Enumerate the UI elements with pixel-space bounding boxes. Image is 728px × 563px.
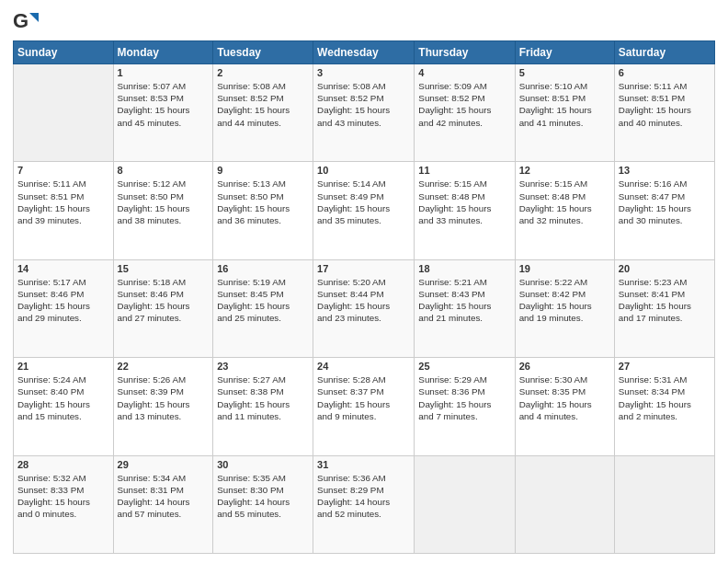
calendar-cell: 16Sunrise: 5:19 AM Sunset: 8:45 PM Dayli… bbox=[213, 259, 313, 357]
day-number: 3 bbox=[317, 67, 410, 78]
col-header-wednesday: Wednesday bbox=[313, 41, 415, 64]
header: G bbox=[13, 9, 715, 35]
day-number: 21 bbox=[17, 361, 109, 372]
calendar-cell: 8Sunrise: 5:12 AM Sunset: 8:50 PM Daylig… bbox=[113, 162, 213, 259]
day-number: 29 bbox=[118, 459, 210, 470]
day-info: Sunrise: 5:17 AM Sunset: 8:46 PM Dayligh… bbox=[17, 276, 109, 325]
day-info: Sunrise: 5:15 AM Sunset: 8:48 PM Dayligh… bbox=[418, 178, 510, 226]
day-number: 10 bbox=[317, 165, 410, 176]
day-number: 2 bbox=[217, 67, 309, 78]
day-info: Sunrise: 5:11 AM Sunset: 8:51 PM Dayligh… bbox=[17, 178, 109, 226]
day-info: Sunrise: 5:19 AM Sunset: 8:45 PM Dayligh… bbox=[217, 276, 309, 325]
day-info: Sunrise: 5:28 AM Sunset: 8:37 PM Dayligh… bbox=[317, 373, 410, 422]
day-info: Sunrise: 5:21 AM Sunset: 8:43 PM Dayligh… bbox=[418, 276, 510, 325]
day-number: 6 bbox=[619, 67, 711, 78]
day-info: Sunrise: 5:15 AM Sunset: 8:48 PM Dayligh… bbox=[519, 178, 610, 226]
page: G SundayMondayTuesdayWednesdayThursdayFr… bbox=[0, 0, 728, 563]
day-number: 28 bbox=[17, 459, 109, 470]
calendar-cell: 17Sunrise: 5:20 AM Sunset: 8:44 PM Dayli… bbox=[313, 259, 415, 357]
day-info: Sunrise: 5:12 AM Sunset: 8:50 PM Dayligh… bbox=[118, 178, 210, 226]
day-number: 11 bbox=[418, 165, 510, 176]
day-number: 20 bbox=[619, 263, 711, 274]
calendar-cell: 2Sunrise: 5:08 AM Sunset: 8:52 PM Daylig… bbox=[213, 64, 313, 162]
calendar-cell bbox=[614, 455, 714, 553]
day-number: 18 bbox=[418, 263, 510, 274]
day-number: 26 bbox=[519, 361, 610, 372]
day-number: 1 bbox=[118, 67, 210, 78]
day-number: 17 bbox=[317, 263, 410, 274]
calendar-cell bbox=[14, 64, 114, 162]
calendar-cell: 10Sunrise: 5:14 AM Sunset: 8:49 PM Dayli… bbox=[313, 162, 415, 259]
col-header-friday: Friday bbox=[515, 41, 614, 64]
calendar-cell: 3Sunrise: 5:08 AM Sunset: 8:52 PM Daylig… bbox=[313, 64, 415, 162]
day-info: Sunrise: 5:22 AM Sunset: 8:42 PM Dayligh… bbox=[519, 276, 610, 325]
logo: G bbox=[13, 9, 42, 35]
day-info: Sunrise: 5:32 AM Sunset: 8:33 PM Dayligh… bbox=[17, 472, 109, 521]
day-info: Sunrise: 5:20 AM Sunset: 8:44 PM Dayligh… bbox=[317, 276, 410, 325]
day-info: Sunrise: 5:24 AM Sunset: 8:40 PM Dayligh… bbox=[17, 373, 109, 422]
day-number: 14 bbox=[17, 263, 109, 274]
calendar-header: SundayMondayTuesdayWednesdayThursdayFrid… bbox=[14, 41, 715, 64]
day-info: Sunrise: 5:27 AM Sunset: 8:38 PM Dayligh… bbox=[217, 373, 309, 422]
day-info: Sunrise: 5:31 AM Sunset: 8:34 PM Dayligh… bbox=[619, 373, 711, 422]
day-number: 27 bbox=[619, 361, 711, 372]
day-info: Sunrise: 5:08 AM Sunset: 8:52 PM Dayligh… bbox=[317, 80, 410, 129]
svg-marker-1 bbox=[29, 13, 39, 22]
day-info: Sunrise: 5:36 AM Sunset: 8:29 PM Dayligh… bbox=[317, 472, 410, 521]
week-row-3: 14Sunrise: 5:17 AM Sunset: 8:46 PM Dayli… bbox=[14, 259, 715, 357]
calendar-cell: 31Sunrise: 5:36 AM Sunset: 8:29 PM Dayli… bbox=[313, 455, 415, 553]
day-number: 22 bbox=[118, 361, 210, 372]
logo-icon: G bbox=[13, 9, 39, 35]
day-number: 25 bbox=[418, 361, 510, 372]
day-number: 19 bbox=[519, 263, 610, 274]
calendar-body: 1Sunrise: 5:07 AM Sunset: 8:53 PM Daylig… bbox=[14, 64, 715, 554]
col-header-thursday: Thursday bbox=[415, 41, 515, 64]
day-info: Sunrise: 5:29 AM Sunset: 8:36 PM Dayligh… bbox=[418, 373, 510, 422]
week-row-5: 28Sunrise: 5:32 AM Sunset: 8:33 PM Dayli… bbox=[14, 455, 715, 553]
calendar-cell: 11Sunrise: 5:15 AM Sunset: 8:48 PM Dayli… bbox=[415, 162, 515, 259]
calendar-cell: 4Sunrise: 5:09 AM Sunset: 8:52 PM Daylig… bbox=[415, 64, 515, 162]
calendar-cell: 25Sunrise: 5:29 AM Sunset: 8:36 PM Dayli… bbox=[415, 358, 515, 455]
calendar-cell: 18Sunrise: 5:21 AM Sunset: 8:43 PM Dayli… bbox=[415, 259, 515, 357]
day-info: Sunrise: 5:18 AM Sunset: 8:46 PM Dayligh… bbox=[118, 276, 210, 325]
day-number: 15 bbox=[118, 263, 210, 274]
calendar-cell: 15Sunrise: 5:18 AM Sunset: 8:46 PM Dayli… bbox=[113, 259, 213, 357]
day-number: 12 bbox=[519, 165, 610, 176]
week-row-4: 21Sunrise: 5:24 AM Sunset: 8:40 PM Dayli… bbox=[14, 358, 715, 455]
calendar-cell: 26Sunrise: 5:30 AM Sunset: 8:35 PM Dayli… bbox=[515, 358, 614, 455]
day-number: 9 bbox=[217, 165, 309, 176]
col-header-saturday: Saturday bbox=[614, 41, 714, 64]
day-info: Sunrise: 5:08 AM Sunset: 8:52 PM Dayligh… bbox=[217, 80, 309, 129]
calendar: SundayMondayTuesdayWednesdayThursdayFrid… bbox=[13, 40, 715, 554]
day-info: Sunrise: 5:14 AM Sunset: 8:49 PM Dayligh… bbox=[317, 178, 410, 226]
calendar-cell: 20Sunrise: 5:23 AM Sunset: 8:41 PM Dayli… bbox=[614, 259, 714, 357]
calendar-cell: 21Sunrise: 5:24 AM Sunset: 8:40 PM Dayli… bbox=[14, 358, 114, 455]
day-info: Sunrise: 5:10 AM Sunset: 8:51 PM Dayligh… bbox=[519, 80, 610, 129]
days-header-row: SundayMondayTuesdayWednesdayThursdayFrid… bbox=[14, 41, 715, 64]
calendar-cell: 19Sunrise: 5:22 AM Sunset: 8:42 PM Dayli… bbox=[515, 259, 614, 357]
col-header-sunday: Sunday bbox=[14, 41, 114, 64]
calendar-cell: 12Sunrise: 5:15 AM Sunset: 8:48 PM Dayli… bbox=[515, 162, 614, 259]
day-number: 24 bbox=[317, 361, 410, 372]
calendar-cell: 23Sunrise: 5:27 AM Sunset: 8:38 PM Dayli… bbox=[213, 358, 313, 455]
calendar-cell: 1Sunrise: 5:07 AM Sunset: 8:53 PM Daylig… bbox=[113, 64, 213, 162]
calendar-cell: 28Sunrise: 5:32 AM Sunset: 8:33 PM Dayli… bbox=[14, 455, 114, 553]
calendar-cell: 7Sunrise: 5:11 AM Sunset: 8:51 PM Daylig… bbox=[14, 162, 114, 259]
calendar-cell: 24Sunrise: 5:28 AM Sunset: 8:37 PM Dayli… bbox=[313, 358, 415, 455]
col-header-monday: Monday bbox=[113, 41, 213, 64]
calendar-cell: 30Sunrise: 5:35 AM Sunset: 8:30 PM Dayli… bbox=[213, 455, 313, 553]
week-row-2: 7Sunrise: 5:11 AM Sunset: 8:51 PM Daylig… bbox=[14, 162, 715, 259]
day-number: 23 bbox=[217, 361, 309, 372]
calendar-cell: 14Sunrise: 5:17 AM Sunset: 8:46 PM Dayli… bbox=[14, 259, 114, 357]
day-info: Sunrise: 5:35 AM Sunset: 8:30 PM Dayligh… bbox=[217, 472, 309, 521]
calendar-cell: 27Sunrise: 5:31 AM Sunset: 8:34 PM Dayli… bbox=[614, 358, 714, 455]
calendar-cell: 9Sunrise: 5:13 AM Sunset: 8:50 PM Daylig… bbox=[213, 162, 313, 259]
calendar-cell: 29Sunrise: 5:34 AM Sunset: 8:31 PM Dayli… bbox=[113, 455, 213, 553]
day-info: Sunrise: 5:11 AM Sunset: 8:51 PM Dayligh… bbox=[619, 80, 711, 129]
col-header-tuesday: Tuesday bbox=[213, 41, 313, 64]
day-info: Sunrise: 5:13 AM Sunset: 8:50 PM Dayligh… bbox=[217, 178, 309, 226]
day-number: 13 bbox=[619, 165, 711, 176]
day-number: 5 bbox=[519, 67, 610, 78]
day-info: Sunrise: 5:16 AM Sunset: 8:47 PM Dayligh… bbox=[619, 178, 711, 226]
calendar-cell: 5Sunrise: 5:10 AM Sunset: 8:51 PM Daylig… bbox=[515, 64, 614, 162]
